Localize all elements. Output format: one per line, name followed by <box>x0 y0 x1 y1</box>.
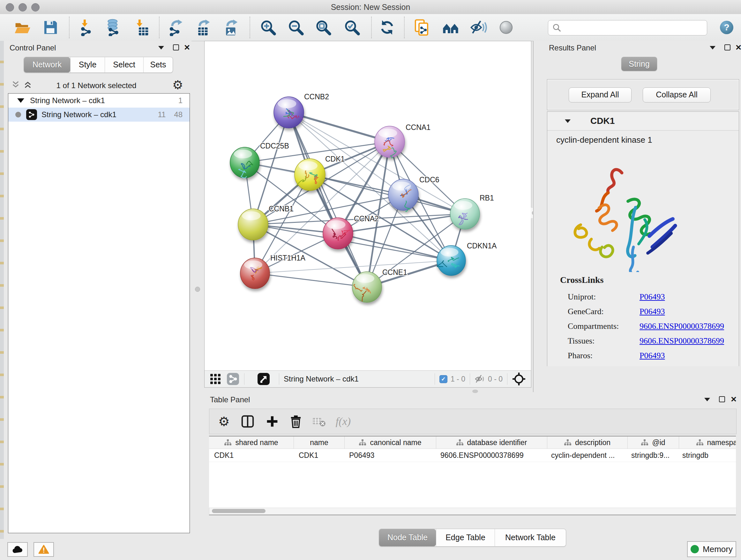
table-options-gear-icon[interactable]: ⚙ <box>218 414 230 429</box>
string-home-icon[interactable] <box>442 19 459 36</box>
expand-all-button[interactable]: Expand All <box>569 87 631 103</box>
network-node-CDKN1A[interactable] <box>437 246 466 275</box>
panel-collapse-icon[interactable] <box>710 46 716 50</box>
tree-expand-caret-icon[interactable] <box>17 98 24 103</box>
import-network-from-database-icon[interactable] <box>105 19 122 36</box>
open-session-icon[interactable] <box>14 19 31 36</box>
tab-network[interactable]: Network <box>24 57 70 72</box>
search-field[interactable] <box>548 20 707 36</box>
protein-header-row[interactable]: CDK1 <box>547 112 739 131</box>
table-row[interactable]: CDK1CDK1P064939606.ENSP00000378699cyclin… <box>209 449 736 462</box>
tab-sets[interactable]: Sets <box>143 57 173 72</box>
tab-edge-table[interactable]: Edge Table <box>436 529 495 546</box>
network-node-CCNA2[interactable] <box>323 218 353 249</box>
save-session-icon[interactable] <box>42 19 59 36</box>
panel-float-icon[interactable] <box>173 44 179 51</box>
tab-style[interactable]: Style <box>70 57 105 72</box>
zoom-fit-icon[interactable] <box>315 19 332 36</box>
open-in-new-icon[interactable] <box>257 373 270 385</box>
collapse-all-networks-icon[interactable] <box>11 80 20 89</box>
hidden-eye-icon[interactable] <box>475 374 485 384</box>
delete-table-icon[interactable] <box>312 416 326 427</box>
panel-float-icon[interactable] <box>719 396 725 402</box>
column-header-namespace[interactable]: namespace <box>679 436 736 449</box>
collapse-all-button[interactable]: Collapse All <box>643 87 711 103</box>
network-node-CDC6[interactable] <box>388 179 418 212</box>
search-input[interactable] <box>562 21 707 35</box>
network-node-CCNE1[interactable] <box>352 272 382 302</box>
network-row[interactable]: String Network – cdk1 11 48 <box>8 108 190 122</box>
tab-string[interactable]: String <box>621 57 657 71</box>
table-horizontal-scrollbar[interactable] <box>209 508 737 515</box>
help-button[interactable]: ? <box>720 21 733 34</box>
tab-node-table[interactable]: Node Table <box>379 529 436 546</box>
left-splitter-handle[interactable] <box>195 287 200 292</box>
appearance-sphere-icon[interactable] <box>497 19 515 36</box>
hide-glass-eye-icon[interactable] <box>470 19 487 36</box>
import-network-icon[interactable] <box>78 19 95 36</box>
panel-collapse-icon[interactable] <box>704 398 710 401</box>
network-edge-CDK1-RB1[interactable] <box>310 175 465 214</box>
zoom-selected-icon[interactable] <box>343 19 360 36</box>
table-cell[interactable]: CDK1 <box>293 449 344 462</box>
panel-float-icon[interactable] <box>724 44 731 51</box>
network-edge-HIST1H1A-CCNE1[interactable] <box>255 273 367 287</box>
column-header-database-identifier[interactable]: database identifier <box>436 436 547 449</box>
network-node-HIST1H1A[interactable] <box>240 258 270 289</box>
network-canvas[interactable]: CCNB2CCNA1CDC25BCDK1CDC6RB1CCNB1CCNA2CDK… <box>205 41 530 370</box>
protein-collapse-caret-icon[interactable] <box>565 119 570 123</box>
clone-network-icon[interactable] <box>413 19 430 36</box>
crosslink-tissues-link[interactable]: 9606.ENSP00000378699 <box>639 336 724 346</box>
table-cell[interactable]: stringdb <box>677 449 736 462</box>
panel-collapse-icon[interactable] <box>158 46 164 50</box>
crosslink-pharos-link[interactable]: P06493 <box>639 351 665 361</box>
warning-status-button[interactable] <box>33 542 54 557</box>
column-header-@id[interactable]: @id <box>628 436 679 449</box>
network-node-CCNA1[interactable] <box>375 126 405 158</box>
column-header-canonical-name[interactable]: canonical name <box>345 436 436 449</box>
zoom-in-icon[interactable] <box>259 19 277 36</box>
panel-close-icon[interactable]: ✕ <box>184 44 190 51</box>
refresh-icon[interactable] <box>379 19 396 36</box>
network-collection-row[interactable]: String Network – cdk1 1 <box>8 94 190 108</box>
table-cell[interactable]: P06493 <box>344 449 435 462</box>
network-node-RB1[interactable] <box>450 199 480 229</box>
network-node-CDC25B[interactable] <box>230 147 259 178</box>
export-network-icon[interactable] <box>167 19 185 36</box>
selected-checkbox-icon[interactable]: ✓ <box>440 375 448 383</box>
zoom-out-icon[interactable] <box>287 19 305 36</box>
tab-network-table[interactable]: Network Table <box>495 529 566 546</box>
table-cell[interactable]: cyclin-dependent ... <box>546 449 626 462</box>
export-table-icon[interactable] <box>195 19 212 36</box>
column-header-name[interactable]: name <box>294 436 345 449</box>
panel-close-icon[interactable]: ✕ <box>731 396 737 402</box>
table-cell[interactable]: 9606.ENSP00000378699 <box>435 449 546 462</box>
tab-select[interactable]: Select <box>105 57 143 72</box>
horizontal-splitter-handle[interactable] <box>472 389 478 393</box>
import-table-icon[interactable] <box>133 19 150 36</box>
column-header-description[interactable]: description <box>547 436 628 449</box>
memory-button[interactable]: Memory <box>687 541 736 557</box>
create-column-plus-icon[interactable] <box>266 415 279 428</box>
delete-column-trash-icon[interactable] <box>289 415 302 428</box>
table-cell[interactable]: stringdb:9... <box>626 449 677 462</box>
network-options-gear-icon[interactable]: ⚙ <box>172 78 183 92</box>
grid-view-icon[interactable] <box>209 373 222 385</box>
network-node-CDK1[interactable] <box>294 159 325 191</box>
panel-close-icon[interactable]: ✕ <box>735 44 741 51</box>
crosslink-uniprot-link[interactable]: P06493 <box>639 292 665 302</box>
export-image-icon[interactable] <box>222 19 240 36</box>
cloud-status-button[interactable] <box>7 542 28 557</box>
column-header-shared-name[interactable]: shared name <box>209 436 294 449</box>
network-edge-CCNB2-CCNA1[interactable] <box>289 112 390 142</box>
network-node-CCNB2[interactable] <box>274 97 304 128</box>
table-cell[interactable]: CDK1 <box>209 449 293 462</box>
show-columns-icon[interactable] <box>241 415 255 428</box>
network-badge-icon[interactable] <box>226 372 240 386</box>
scrollbar-thumb[interactable] <box>212 509 266 513</box>
expand-all-networks-icon[interactable] <box>23 80 32 89</box>
function-builder-icon[interactable]: f(x) <box>336 415 351 428</box>
crosslink-genecard-link[interactable]: P06493 <box>639 307 665 316</box>
crosslink-compartments-link[interactable]: 9606.ENSP00000378699 <box>639 321 724 331</box>
birds-eye-crosshair-icon[interactable] <box>512 372 526 386</box>
